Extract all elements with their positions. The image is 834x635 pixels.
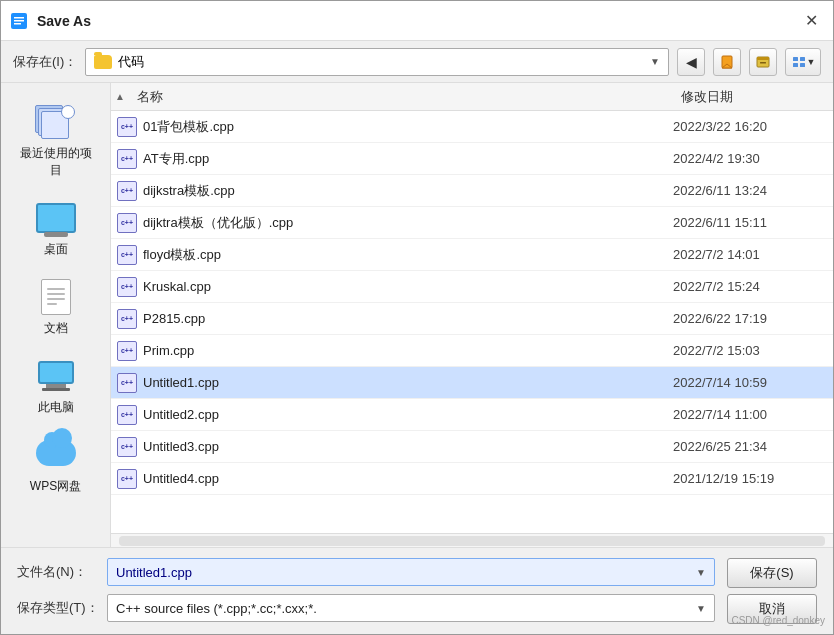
chevron-down-icon: ▼	[650, 56, 660, 67]
file-name: AT专用.cpp	[143, 150, 673, 168]
file-row[interactable]: c++Untitled4.cpp2021/12/19 15:19	[111, 463, 833, 495]
sidebar-item-recent-label: 最近使用的项目	[15, 145, 97, 179]
filename-value: Untitled1.cpp	[116, 565, 192, 580]
filetype-row: 保存类型(T)： C++ source files (*.cpp;*.cc;*.…	[17, 594, 715, 622]
file-date: 2022/6/11 15:11	[673, 215, 833, 230]
sidebar-item-desktop-label: 桌面	[44, 241, 68, 258]
cpp-file-icon: c++	[111, 341, 143, 361]
documents-icon	[34, 278, 78, 316]
bookmark-button[interactable]	[749, 48, 777, 76]
cpp-file-icon: c++	[111, 245, 143, 265]
view-button[interactable]: ▼	[785, 48, 821, 76]
sidebar-item-documents[interactable]: 文档	[11, 270, 101, 345]
file-row[interactable]: c++floyd模板.cpp2022/7/2 14:01	[111, 239, 833, 271]
filename-label: 文件名(N)：	[17, 563, 107, 581]
file-date: 2022/6/25 21:34	[673, 439, 833, 454]
filetype-label: 保存类型(T)：	[17, 599, 107, 617]
cancel-button[interactable]: 取消	[727, 594, 817, 624]
col-header-name[interactable]: 名称	[129, 83, 673, 110]
file-date: 2022/7/2 15:03	[673, 343, 833, 358]
app-icon	[9, 11, 29, 31]
file-list-header: ▲ 名称 修改日期	[111, 83, 833, 111]
cpp-file-icon: c++	[111, 277, 143, 297]
svg-rect-11	[793, 63, 798, 67]
file-row[interactable]: c++01背包模板.cpp2022/3/22 16:20	[111, 111, 833, 143]
cloud-icon	[34, 436, 78, 474]
sidebar-item-cloud-label: WPS网盘	[30, 478, 81, 495]
sidebar-item-cloud[interactable]: WPS网盘	[11, 428, 101, 503]
cpp-file-icon: c++	[111, 309, 143, 329]
file-name: Untitled1.cpp	[143, 375, 673, 390]
svg-rect-7	[757, 57, 769, 60]
svg-rect-8	[760, 62, 766, 64]
file-date: 2022/7/14 10:59	[673, 375, 833, 390]
svg-rect-3	[14, 23, 21, 25]
file-list-area: ▲ 名称 修改日期 c++01背包模板.cpp2022/3/22 16:20c+…	[111, 83, 833, 547]
file-name: Kruskal.cpp	[143, 279, 673, 294]
file-name: Untitled4.cpp	[143, 471, 673, 486]
filetype-select[interactable]: C++ source files (*.cpp;*.cc;*.cxx;*. ▼	[107, 594, 715, 622]
file-row[interactable]: c++Kruskal.cpp2022/7/2 15:24	[111, 271, 833, 303]
file-date: 2022/7/2 15:24	[673, 279, 833, 294]
svg-rect-1	[14, 17, 24, 19]
current-folder-name: 代码	[118, 53, 144, 71]
file-name: P2815.cpp	[143, 311, 673, 326]
file-name: Untitled3.cpp	[143, 439, 673, 454]
cpp-file-icon: c++	[111, 469, 143, 489]
file-date: 2022/4/2 19:30	[673, 151, 833, 166]
filetype-chevron-icon: ▼	[696, 603, 706, 614]
sidebar-item-documents-label: 文档	[44, 320, 68, 337]
svg-rect-10	[800, 57, 805, 61]
recent-icon	[34, 103, 78, 141]
cpp-file-icon: c++	[111, 213, 143, 233]
save-button[interactable]: 保存(S)	[727, 558, 817, 588]
sort-arrow: ▲	[111, 91, 129, 102]
file-row[interactable]: c++Untitled1.cpp2022/7/14 10:59	[111, 367, 833, 399]
close-button[interactable]: ✕	[797, 7, 825, 35]
toolbar: 保存在(I)： 代码 ▼ ◀	[1, 41, 833, 83]
svg-rect-9	[793, 57, 798, 61]
file-name: dijkstra模板.cpp	[143, 182, 673, 200]
file-row[interactable]: c++dijktra模板（优化版）.cpp2022/6/11 15:11	[111, 207, 833, 239]
file-date: 2022/6/22 17:19	[673, 311, 833, 326]
desktop-icon	[34, 199, 78, 237]
file-list-scroll[interactable]: c++01背包模板.cpp2022/3/22 16:20c++AT专用.cpp2…	[111, 111, 833, 533]
forward-button[interactable]	[713, 48, 741, 76]
file-date: 2022/7/2 14:01	[673, 247, 833, 262]
action-buttons: 保存(S) 取消	[727, 558, 817, 624]
folder-select[interactable]: 代码 ▼	[85, 48, 669, 76]
sidebar-item-computer-label: 此电脑	[38, 399, 74, 416]
file-row[interactable]: c++Untitled3.cpp2022/6/25 21:34	[111, 431, 833, 463]
back-button[interactable]: ◀	[677, 48, 705, 76]
file-date: 2022/3/22 16:20	[673, 119, 833, 134]
horizontal-scrollbar[interactable]	[111, 533, 833, 547]
file-name: Untitled2.cpp	[143, 407, 673, 422]
file-name: floyd模板.cpp	[143, 246, 673, 264]
folder-icon	[94, 55, 112, 69]
file-date: 2022/7/14 11:00	[673, 407, 833, 422]
folder-select-inner: 代码	[94, 53, 144, 71]
file-row[interactable]: c++dijkstra模板.cpp2022/6/11 13:24	[111, 175, 833, 207]
col-header-date[interactable]: 修改日期	[673, 83, 833, 110]
file-row[interactable]: c++Prim.cpp2022/7/2 15:03	[111, 335, 833, 367]
sidebar-item-desktop[interactable]: 桌面	[11, 191, 101, 266]
sidebar-item-recent[interactable]: 最近使用的项目	[11, 95, 101, 187]
cpp-file-icon: c++	[111, 405, 143, 425]
filename-chevron-icon: ▼	[696, 567, 706, 578]
svg-rect-2	[14, 20, 24, 22]
dialog-title: Save As	[37, 13, 797, 29]
file-name: 01背包模板.cpp	[143, 118, 673, 136]
bottom-area: 文件名(N)： Untitled1.cpp ▼ 保存类型(T)： C++ sou…	[1, 547, 833, 634]
file-row[interactable]: c++Untitled2.cpp2022/7/14 11:00	[111, 399, 833, 431]
svg-rect-12	[800, 63, 805, 67]
cpp-file-icon: c++	[111, 117, 143, 137]
sidebar: 最近使用的项目 桌面	[1, 83, 111, 547]
file-row[interactable]: c++AT专用.cpp2022/4/2 19:30	[111, 143, 833, 175]
filename-row: 文件名(N)： Untitled1.cpp ▼	[17, 558, 715, 586]
file-row[interactable]: c++P2815.cpp2022/6/22 17:19	[111, 303, 833, 335]
cpp-file-icon: c++	[111, 181, 143, 201]
filename-input[interactable]: Untitled1.cpp ▼	[107, 558, 715, 586]
file-name: Prim.cpp	[143, 343, 673, 358]
save-in-label: 保存在(I)：	[13, 53, 77, 71]
sidebar-item-computer[interactable]: 此电脑	[11, 349, 101, 424]
